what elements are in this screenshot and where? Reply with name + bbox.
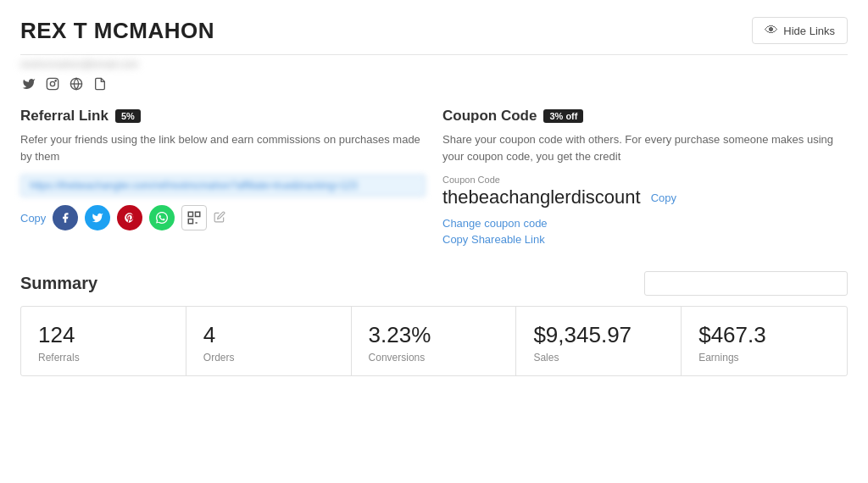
twitter-share-button[interactable]	[85, 205, 110, 230]
header-row: REX T MCMAHON 👁 Hide Links	[20, 17, 848, 55]
summary-title: Summary	[20, 274, 97, 293]
facebook-share-button[interactable]	[53, 205, 78, 230]
referral-title: Referral Link 5%	[20, 108, 426, 125]
twitter-icon[interactable]	[20, 75, 37, 92]
copy-shareable-link[interactable]: Copy Shareable Link	[442, 233, 848, 246]
referral-badge: 5%	[115, 109, 141, 123]
svg-point-1	[50, 81, 54, 86]
instagram-icon[interactable]	[44, 75, 61, 92]
document-icon[interactable]	[92, 75, 108, 92]
stat-value: $9,345.97	[533, 322, 664, 348]
coupon-title: Coupon Code 3% off	[442, 108, 848, 125]
svg-rect-5	[189, 212, 193, 216]
coupon-code-value: thebeachanglerdiscount	[442, 186, 641, 208]
change-coupon-link[interactable]: Change coupon code	[442, 217, 848, 230]
stat-label: Orders	[203, 352, 334, 364]
stat-label: Conversions	[369, 352, 499, 364]
stat-card: 124 Referrals	[21, 307, 186, 375]
user-email: rextmcmahon@email.com	[20, 58, 848, 70]
stat-label: Sales	[533, 352, 664, 364]
svg-rect-6	[196, 212, 200, 216]
eye-icon: 👁	[765, 23, 778, 38]
qr-code-button[interactable]	[181, 205, 207, 230]
stat-value: 4	[203, 322, 334, 348]
main-container: REX T MCMAHON 👁 Hide Links rextmcmahon@e…	[0, 0, 868, 483]
coupon-description: Share your coupon code with others. For …	[442, 131, 848, 164]
coupon-links: Change coupon code Copy Shareable Link	[442, 217, 848, 246]
edit-icon[interactable]	[214, 211, 225, 225]
stat-value: $467.3	[698, 322, 830, 348]
stat-value: 3.23%	[369, 322, 499, 348]
coupon-copy-button[interactable]: Copy	[651, 192, 676, 204]
stat-card: $467.3 Earnings	[682, 307, 847, 375]
stats-grid: 124 Referrals 4 Orders 3.23% Conversions…	[20, 306, 848, 376]
stat-label: Earnings	[698, 352, 830, 364]
coupon-section: Coupon Code 3% off Share your coupon cod…	[442, 108, 848, 246]
stat-value: 124	[38, 322, 169, 348]
stat-label: Referrals	[38, 352, 169, 364]
coupon-code-label: Coupon Code	[442, 175, 848, 185]
stat-card: 3.23% Conversions	[352, 307, 517, 375]
whatsapp-share-button[interactable]	[149, 205, 175, 230]
svg-rect-7	[189, 219, 193, 224]
referral-copy-button[interactable]: Copy	[20, 212, 46, 225]
referral-section: Referral Link 5% Refer your friends usin…	[20, 108, 426, 246]
user-name: REX T MCMAHON	[20, 18, 214, 44]
svg-point-2	[55, 80, 56, 81]
coupon-badge: 3% off	[543, 109, 583, 123]
hide-links-button[interactable]: 👁 Hide Links	[752, 17, 848, 44]
referral-description: Refer your friends using the link below …	[20, 131, 426, 164]
coupon-code-row: thebeachanglerdiscount Copy	[442, 186, 848, 208]
summary-header: Summary	[20, 271, 848, 296]
globe-icon[interactable]	[68, 75, 85, 92]
content-grid: Referral Link 5% Refer your friends usin…	[20, 108, 848, 246]
social-icons-row	[20, 75, 848, 92]
referral-link-box: https://thebeachangler.com/ref/rextmcmah…	[20, 175, 426, 197]
stat-card: $9,345.97 Sales	[516, 307, 682, 375]
hide-links-label: Hide Links	[783, 25, 835, 37]
pinterest-share-button[interactable]	[117, 205, 142, 230]
summary-search-input[interactable]	[644, 271, 848, 296]
copy-share-row: Copy	[20, 205, 426, 230]
stat-card: 4 Orders	[186, 307, 352, 375]
svg-rect-0	[47, 78, 58, 89]
